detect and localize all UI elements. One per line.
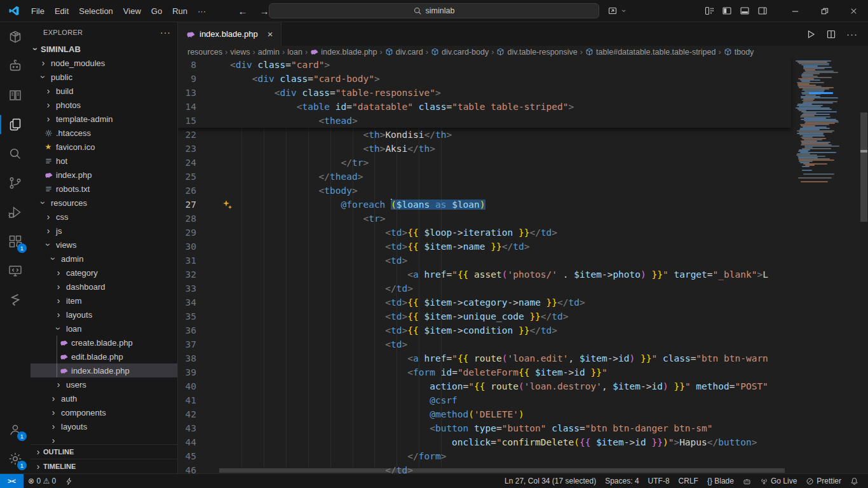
menu-selection[interactable]: Selection (74, 4, 118, 18)
explorer-icon[interactable] (0, 110, 31, 139)
tree-item-build[interactable]: ›build (31, 84, 177, 98)
container-icon[interactable] (0, 22, 31, 51)
run-debug-icon[interactable] (0, 198, 31, 227)
code-editor[interactable]: 22 <th>Kondisi</th>23 <th>Aksi</th>24 </… (178, 58, 868, 473)
code-line-39[interactable]: 39 <form id="deleteForm{{ $item->id }}" (178, 365, 791, 379)
search-icon[interactable] (0, 139, 31, 168)
language-mode[interactable]: {} Blade (703, 474, 738, 488)
tree-item-index.php[interactable]: index.php (31, 168, 177, 182)
breadcrumb-item-admin[interactable]: admin (258, 48, 280, 57)
tree-item-dashboard[interactable]: ›dashboard (31, 280, 177, 294)
tree-item-components[interactable]: ›components (31, 405, 177, 419)
restore-button[interactable] (810, 0, 839, 22)
code-line-45[interactable]: 45 </form> (178, 449, 791, 463)
menu-go[interactable]: Go (146, 4, 167, 18)
minimap[interactable] (791, 58, 860, 473)
close-button[interactable] (839, 0, 868, 22)
code-line-44[interactable]: 44 onclick="confirmDelete({{ $item->id }… (178, 435, 791, 449)
code-line-38[interactable]: 38 <a href="{{ route('loan.edit', $item-… (178, 351, 791, 365)
tree-item-hot[interactable]: hot (31, 154, 177, 168)
code-line-15[interactable]: 15 <thead> (178, 114, 791, 128)
prettier[interactable]: Prettier (801, 474, 846, 488)
code-line-32[interactable]: 32 <a href="{{ asset('photos/' . $item->… (178, 268, 791, 281)
tree-item-node_modules[interactable]: ›node_modules (31, 56, 177, 70)
customize-layout-icon[interactable] (700, 3, 718, 19)
tree-item-.htaccess[interactable]: .htaccess (31, 126, 177, 140)
remote-indicator[interactable]: >< (0, 474, 24, 488)
horizontal-scrollbar-thumb[interactable] (219, 468, 785, 473)
code-line-40[interactable]: 40 action="{{ route('loan.destroy', $ite… (178, 379, 791, 393)
code-line-24[interactable]: 24 </tr> (178, 156, 791, 170)
settings-gear-icon[interactable]: 1 (0, 444, 31, 473)
code-line-25[interactable]: 25 </thead> (178, 170, 791, 184)
tree-item-favicon.ico[interactable]: ★favicon.ico (31, 140, 177, 154)
breadcrumb-item-views[interactable]: views (230, 48, 250, 57)
more-actions-button[interactable]: ··· (846, 31, 858, 37)
tree-item-clipped[interactable]: › (31, 433, 177, 444)
run-button[interactable] (806, 29, 816, 39)
tree-item-admin[interactable]: ›admin (31, 252, 177, 266)
breadcrumb-item-div-card-body[interactable]: div.card-body (431, 48, 489, 57)
notifications-bell[interactable] (846, 474, 863, 488)
tree-item-create.blade.php[interactable]: create.blade.php (31, 336, 177, 349)
tree-item-layouts[interactable]: ›layouts (31, 308, 177, 322)
horizontal-scrollbar[interactable] (178, 467, 791, 473)
code-line-26[interactable]: 26 <tbody> (178, 184, 791, 198)
breadcrumb-item-loan[interactable]: loan (287, 48, 302, 57)
tree-item-edit.blade.php[interactable]: edit.blade.php (31, 349, 177, 363)
toggle-secondary-sidebar-icon[interactable] (754, 3, 771, 19)
code-line-43[interactable]: 43 <button type="button" class="btn btn-… (178, 421, 791, 435)
flash[interactable] (60, 474, 78, 488)
timeline-panel-header[interactable]: › TIMELINE (31, 459, 177, 473)
toggle-sidebar-icon[interactable] (718, 3, 736, 19)
copilot-status[interactable] (738, 474, 756, 488)
tab-index-blade-php[interactable]: index.blade.php × (178, 22, 281, 46)
tree-item-robots.txt[interactable]: robots.txt (31, 182, 177, 196)
code-line-30[interactable]: 30 <td>{{ $item->name }}</td> (178, 240, 791, 254)
copilot-sparkle-icon[interactable] (222, 200, 233, 210)
tree-item-css[interactable]: ›css (31, 210, 177, 224)
split-editor-button[interactable] (826, 29, 836, 39)
minimize-button[interactable] (780, 0, 810, 22)
code-line-14[interactable]: 14 <table id="datatable" class="table ta… (178, 100, 791, 114)
tree-item-loan[interactable]: ›loan (31, 322, 177, 336)
tree-item-public[interactable]: ›public (31, 70, 177, 84)
tree-item-index.blade.php[interactable]: index.blade.php (31, 363, 177, 377)
go-live[interactable]: Go Live (756, 474, 801, 488)
tree-item-views[interactable]: ›views (31, 238, 177, 252)
project-root-row[interactable]: › SIMINLAB (31, 42, 177, 56)
menu-edit[interactable]: Edit (50, 4, 74, 18)
menu-run[interactable]: Run (167, 4, 193, 18)
code-line-31[interactable]: 31 <td> (178, 254, 791, 268)
menu-more[interactable]: ··· (193, 4, 211, 18)
tree-item-photos[interactable]: ›photos (31, 98, 177, 112)
tree-item-auth[interactable]: ›auth (31, 391, 177, 405)
encoding[interactable]: UTF-8 (644, 474, 674, 488)
copilot-icon[interactable] (0, 51, 31, 81)
code-line-28[interactable]: 28 <tr> (178, 212, 791, 226)
code-line-27[interactable]: 27 @foreach ($loans as $loan) (178, 198, 791, 212)
menu-file[interactable]: File (26, 4, 50, 18)
tree-item-item[interactable]: ›item (31, 294, 177, 308)
book-icon[interactable] (0, 81, 31, 110)
problems[interactable]: ⊗ 0 ⚠ 0 (24, 474, 60, 488)
code-line-36[interactable]: 36 <td>{{ $item->condition }}</td> (178, 323, 791, 337)
extensions-icon[interactable]: 1 (0, 227, 31, 256)
code-line-42[interactable]: 42 @method('DELETE') (178, 407, 791, 421)
code-line-8[interactable]: 8 <div class="card"> (178, 58, 791, 72)
account-icon[interactable]: 1 (0, 415, 31, 444)
breadcrumb-item-table-datatable-table-table-striped[interactable]: table#datatable.table.table-striped (585, 48, 715, 57)
vertical-scrollbar-thumb[interactable] (860, 112, 867, 222)
tree-item-template-admin[interactable]: ›template-admin (31, 112, 177, 126)
outline-panel-header[interactable]: › OUTLINE (31, 444, 177, 459)
code-line-9[interactable]: 9 <div class="card-body"> (178, 72, 791, 86)
menu-view[interactable]: View (118, 4, 146, 18)
breadcrumb-item-div-card[interactable]: div.card (385, 48, 423, 57)
toggle-panel-icon[interactable] (736, 3, 754, 19)
code-line-13[interactable]: 13 <div class="table-responsive"> (178, 86, 791, 100)
tab-close-icon[interactable]: × (266, 29, 275, 39)
tree-item-category[interactable]: ›category (31, 266, 177, 280)
tree-item-js[interactable]: ›js (31, 224, 177, 238)
remote-explorer-icon[interactable] (0, 256, 31, 285)
breadcrumb-item-index-blade-php[interactable]: index.blade.php (310, 48, 377, 57)
